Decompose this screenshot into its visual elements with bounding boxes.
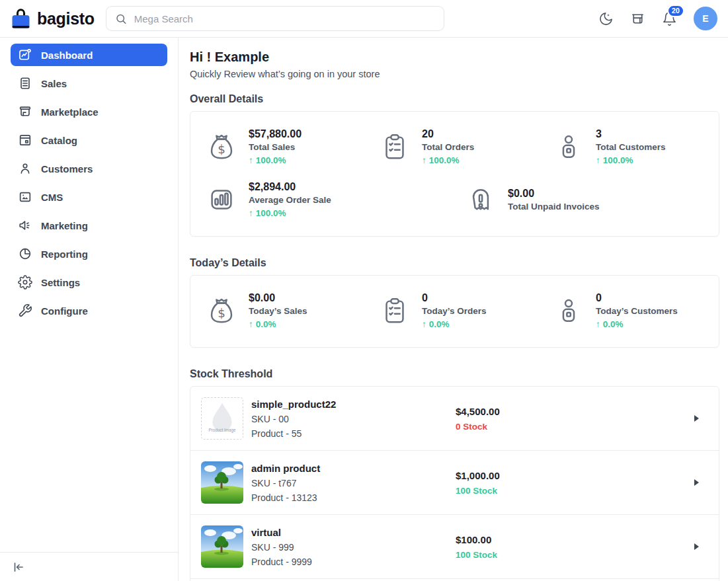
stat-value: $2,894.00	[249, 181, 331, 193]
brand-name: bagisto	[37, 9, 95, 28]
stat-label: Total Customers	[596, 142, 666, 152]
increase-arrow-icon: ↑	[249, 155, 253, 165]
catalog-icon	[18, 133, 32, 147]
stat-value: 20	[422, 128, 474, 140]
product-price: $4,500.00	[456, 406, 500, 417]
row-chevron-right-icon[interactable]	[694, 543, 699, 550]
stat-label: Total Sales	[249, 142, 302, 152]
product-sku: SKU - 00	[251, 414, 336, 424]
money-bag-icon: $	[206, 295, 237, 326]
settings-icon	[18, 275, 32, 290]
sidebar-item-sales[interactable]: Sales	[11, 72, 167, 95]
orders-clipboard-icon	[380, 295, 410, 326]
store-icon	[630, 11, 645, 26]
increase-arrow-icon: ↑	[596, 319, 600, 329]
stock-product-row[interactable]: Product Image simple_product22 SKU - 00 …	[190, 387, 719, 451]
stat-label: Today’s Sales	[249, 306, 307, 316]
sidebar-item-marketing[interactable]: Marketing	[11, 214, 167, 237]
stat-value: $0.00	[249, 292, 307, 304]
sidebar-item-marketplace[interactable]: Marketplace	[11, 100, 167, 123]
sidebar-item-label: Catalog	[41, 135, 77, 146]
sidebar-item-configure[interactable]: Configure	[11, 299, 167, 322]
increase-arrow-icon: ↑	[596, 155, 600, 165]
marketplace-icon	[18, 104, 32, 119]
sidebar-item-label: Settings	[41, 277, 80, 288]
logo[interactable]: bagisto	[11, 7, 95, 30]
notification-count-badge: 20	[667, 5, 684, 17]
sidebar-item-settings[interactable]: Settings	[11, 271, 167, 293]
section-title-today: Today’s Details	[190, 257, 719, 269]
product-id: Product - 55	[251, 428, 336, 439]
unpaid-invoice-icon	[465, 184, 496, 215]
overall-details-card: $ $57,880.00 Total Sales ↑100.0% 20 To	[190, 111, 719, 237]
money-bag-icon: $	[206, 132, 237, 162]
stat-total-sales: $ $57,880.00 Total Sales ↑100.0%	[206, 128, 380, 165]
product-image-placeholder: Product Image	[201, 397, 243, 440]
product-price: $100.00	[456, 534, 497, 545]
dashboard-content: Hi ! Example Quickly Review what’s going…	[179, 38, 728, 581]
stat-value: $57,880.00	[249, 128, 302, 140]
collapse-sidebar-icon[interactable]	[12, 561, 25, 574]
stat-label: Today’s Customers	[596, 306, 678, 316]
row-chevron-right-icon[interactable]	[694, 415, 699, 422]
search-input[interactable]	[133, 13, 435, 25]
stat-change: ↑100.0%	[249, 155, 302, 165]
sidebar-item-label: CMS	[41, 192, 63, 203]
stat-label: Average Order Sale	[249, 195, 331, 205]
product-sku: SKU - t767	[251, 478, 320, 488]
stat-value: $0.00	[508, 188, 600, 200]
today-details-card: $ $0.00 Today’s Sales ↑0.0% 0 Today’s	[190, 275, 719, 348]
stat-change: ↑0.0%	[249, 319, 307, 329]
sidebar-item-label: Customers	[41, 163, 93, 174]
product-price: $1,000.00	[456, 470, 500, 481]
stat-change: ↑100.0%	[596, 155, 666, 165]
stat-total-orders: 20 Total Orders ↑100.0%	[380, 128, 553, 165]
topbar: bagisto 20 E	[0, 0, 728, 38]
stat-total-customers: 3 Total Customers ↑100.0%	[553, 128, 666, 165]
product-stock-badge: 100 Stock	[456, 486, 500, 496]
moon-icon	[598, 11, 614, 26]
stock-threshold-card: Product Image simple_product22 SKU - 00 …	[190, 386, 719, 581]
svg-text:Product Image: Product Image	[209, 428, 236, 433]
stat-change: ↑100.0%	[422, 155, 474, 165]
sidebar-item-label: Reporting	[41, 249, 88, 260]
stat-today-orders: 0 Today’s Orders ↑0.0%	[380, 292, 553, 329]
sidebar-item-customers[interactable]: Customers	[11, 157, 167, 180]
sidebar-item-cms[interactable]: CMS	[11, 186, 167, 208]
customers-icon	[18, 161, 32, 176]
notifications-button[interactable]: 20	[662, 11, 677, 26]
bagisto-bag-icon	[11, 7, 31, 30]
reporting-icon	[18, 247, 32, 261]
cms-icon	[18, 190, 32, 204]
sidebar: Dashboard Sales Marketplace Catalog	[0, 38, 179, 581]
stat-change: ↑0.0%	[596, 319, 678, 329]
user-avatar[interactable]: E	[694, 7, 717, 30]
orders-clipboard-icon	[380, 132, 410, 162]
product-sku: SKU - 999	[251, 542, 312, 553]
row-chevron-right-icon[interactable]	[694, 479, 699, 486]
sidebar-item-label: Sales	[41, 78, 67, 89]
product-image	[201, 525, 243, 568]
sidebar-item-dashboard[interactable]: Dashboard	[11, 44, 167, 66]
product-name: admin product	[251, 463, 320, 474]
sidebar-item-label: Marketplace	[41, 106, 99, 118]
configure-wrench-icon	[18, 303, 32, 318]
search-box[interactable]	[106, 6, 444, 31]
sidebar-item-catalog[interactable]: Catalog	[11, 129, 167, 151]
increase-arrow-icon: ↑	[249, 208, 253, 218]
stat-label: Today’s Orders	[422, 306, 487, 316]
dark-mode-toggle[interactable]	[598, 11, 614, 26]
increase-arrow-icon: ↑	[422, 155, 426, 165]
customer-badge-icon	[553, 295, 584, 326]
dashboard-icon	[18, 48, 32, 62]
sidebar-item-reporting[interactable]: Reporting	[11, 243, 167, 265]
stock-product-row[interactable]: admin product SKU - t767 Product - 13123…	[190, 451, 719, 515]
svg-text:$: $	[218, 306, 225, 320]
increase-arrow-icon: ↑	[249, 319, 253, 329]
stat-today-customers: 0 Today’s Customers ↑0.0%	[553, 292, 678, 329]
stat-label: Total Orders	[422, 142, 474, 152]
product-name: simple_product22	[251, 399, 336, 410]
stat-change: ↑100.0%	[249, 208, 331, 218]
store-switcher-button[interactable]	[630, 11, 645, 26]
stock-product-row[interactable]: virtual SKU - 999 Product - 9999 $100.00…	[190, 515, 719, 579]
